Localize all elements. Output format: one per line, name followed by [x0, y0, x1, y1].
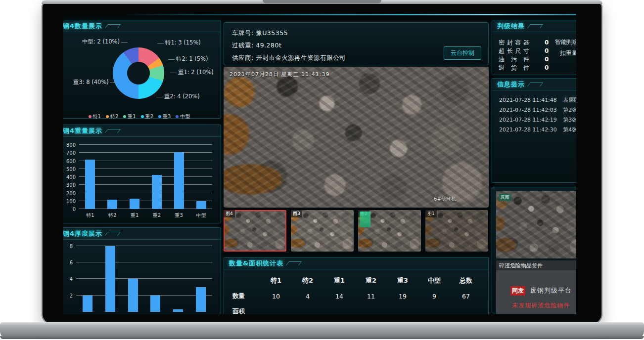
y-tick-label: 8	[70, 244, 73, 249]
bar-重1	[130, 199, 139, 209]
weight-bar-chart: 0100200300400500600700800 特1特2重1重2重3中型	[63, 138, 220, 222]
weight-plot: 0100200300400500600700800	[79, 145, 212, 209]
donut-callout-label: 中型: 2 (10%)	[82, 38, 120, 45]
header-glow-line	[123, 14, 576, 15]
bar-重1	[128, 279, 138, 312]
original-photo-panel: 原图 碎渣危险物品货件 同发 废钢判级平台 未发现碎渣危险物件	[492, 187, 576, 313]
grading-field: 退货件 0	[499, 62, 549, 71]
gridline	[79, 161, 212, 161]
grading-field: 超长尺寸 0	[499, 45, 549, 54]
title-decoration	[105, 24, 121, 28]
panel-title-thickness: 钢4厚度展示	[63, 229, 102, 238]
photo-thumbnail[interactable]: 图3	[291, 210, 354, 252]
gridline	[79, 184, 212, 185]
y-tick-label: 6	[70, 260, 73, 265]
original-photo[interactable]: 原图	[496, 191, 576, 258]
table-header-cell: 总数	[450, 276, 482, 285]
screen: 钢4数量展示 特1: 3 (15%)特2: 1 (5%)重1: 2 (10%)重…	[63, 14, 576, 314]
x-category-label: 重3	[175, 212, 183, 219]
legend-label: 重1	[128, 113, 136, 120]
table-cell: 4	[292, 293, 323, 300]
table-cell: 14	[323, 293, 355, 300]
laptop-base	[0, 322, 644, 339]
thumbnail-label: 图1	[425, 210, 437, 217]
x-category-label: 特1	[86, 212, 94, 219]
thumbnail-label: 图3	[291, 210, 302, 217]
panel-title-messages: 信息提示	[497, 80, 525, 89]
brand-text: 废钢判级平台	[530, 287, 572, 294]
message-item: 2021-07-28 11:42:19 第3张照片表层判	[499, 116, 576, 124]
vehicle-supplier: 供应商: 开封市金火源再生资源有限公司	[232, 54, 480, 62]
original-badge: 原图	[499, 194, 511, 201]
weight-deduction-label: 扣重量:	[560, 49, 576, 57]
gridline	[79, 193, 212, 193]
messages-body: 2021-07-28 11:41:48 表层区域计算成 2021-07-28 1…	[493, 91, 576, 182]
legend-dot	[141, 115, 144, 118]
x-category-label: 重2	[153, 212, 161, 219]
legend-item: 特2	[106, 113, 118, 120]
panel-title-grading: 判级结果	[497, 22, 525, 31]
legend-label: 中型	[180, 113, 190, 120]
quantity-legend: 特1 特2 重1 重2 重3 中型	[63, 113, 220, 120]
photo-thumbnail[interactable]: 图1	[425, 210, 488, 252]
quantity-chart-area: 特1: 3 (15%)特2: 1 (5%)重1: 2 (10%)重2: 4 (2…	[63, 33, 220, 118]
photo-timestamp: 2021年07月28日 星期三 11:41:39	[230, 71, 329, 78]
y-tick-label: 300	[66, 182, 76, 188]
bar-中型	[196, 287, 206, 312]
legend-dot	[106, 115, 109, 118]
table-cell: 10	[260, 293, 292, 300]
x-category-label: 重1	[131, 212, 138, 219]
legend-item: 重1	[123, 113, 136, 120]
message-time: 2021-07-28 11:42:03	[499, 107, 557, 113]
stats-table: 特1特2重1重2重3中型总数数量104141119967面积	[225, 270, 488, 314]
bar-特2	[105, 246, 115, 312]
title-decoration	[105, 232, 121, 236]
laptop-top-edge	[42, 0, 602, 4]
message-item: 2021-07-28 11:42:30 第4张照片表层判	[499, 126, 576, 133]
grading-field: 油污件 0	[499, 54, 549, 62]
title-decoration	[105, 129, 121, 133]
table-row-label: 面积	[232, 307, 260, 314]
thickness-plot: 2468	[76, 238, 212, 312]
message-item: 2021-07-28 11:41:48 表层区域计算成	[499, 96, 576, 104]
bar-重3	[173, 309, 183, 312]
vehicle-plate: 车牌号: 豫U35355	[232, 29, 480, 38]
legend-item: 中型	[176, 113, 190, 120]
bar-重2	[150, 296, 160, 312]
bar-重2	[152, 175, 162, 209]
vehicle-info-panel: 车牌号: 豫U35355 过磅重: 49.280t 供应商: 开封市金火源再生资…	[224, 22, 489, 65]
panel-weight: 钢4重量展示 0100200300400500600700800 特1特2重1重…	[63, 125, 221, 223]
photo-watermark: 6#研球机	[434, 196, 456, 203]
photo-thumbnail[interactable]: 图2	[358, 210, 421, 252]
y-tick-label: 600	[66, 159, 76, 164]
thumbnail-label: 图4	[224, 210, 235, 217]
legend-item: 特1	[89, 113, 101, 120]
y-tick-label: 200	[66, 191, 76, 196]
main-photo[interactable]: 2021年07月28日 星期三 11:41:39 6#研球机	[224, 67, 489, 208]
message-item: 2021-07-28 11:42:03 第2张照片表层判	[499, 106, 576, 114]
original-body: 同发 废钢判级平台 未发现碎渣危险物件	[496, 270, 576, 314]
thumbnail-strip: 图4 图3 图2 图1	[224, 210, 489, 252]
legend-dot	[176, 115, 179, 118]
y-tick-label: 2	[70, 293, 73, 298]
grading-fields: 密封容器 0 超长尺寸 0 油污件 0 退货件 0	[499, 37, 549, 71]
table-header-cell: 中型	[418, 276, 450, 285]
ptz-control-button[interactable]: 云台控制	[444, 46, 481, 60]
panel-head-weight: 钢4重量展示	[63, 125, 221, 137]
brand-row: 同发 废钢判级平台	[496, 285, 576, 296]
donut-callout-label: 重1: 2 (10%)	[178, 69, 214, 76]
y-tick-label: 800	[66, 142, 76, 148]
gridline	[79, 169, 212, 169]
vehicle-weight: 过磅重: 49.280t	[232, 42, 480, 50]
gridline	[79, 176, 212, 177]
grading-field: 密封容器 0	[499, 37, 549, 45]
message-time: 2021-07-28 11:41:48	[499, 97, 557, 103]
table-header-cell: 重1	[323, 276, 355, 285]
page: 钢4数量展示 特1: 3 (15%)特2: 1 (5%)重1: 2 (10%)重…	[0, 0, 644, 340]
gridline	[79, 201, 212, 201]
message-text: 第4张照片表层判	[563, 127, 576, 133]
legend-dot	[158, 115, 161, 118]
photo-thumbnail[interactable]: 图4	[224, 210, 286, 252]
title-decoration	[286, 261, 302, 265]
stats-table-body: 特1特2重1重2重3中型总数数量104141119967面积	[225, 270, 488, 314]
